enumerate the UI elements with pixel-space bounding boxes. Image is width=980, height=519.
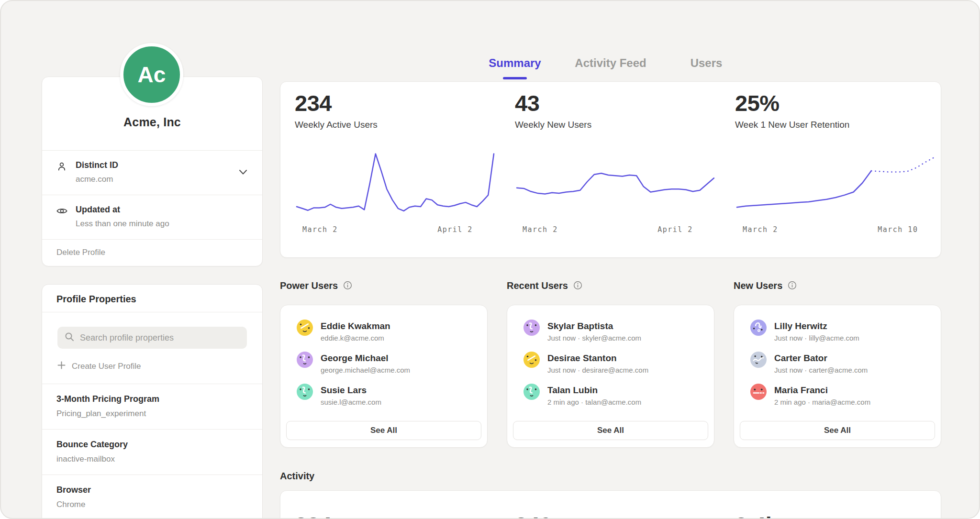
profile-properties-card: Profile Properties Create User Profile 3… [42, 284, 263, 519]
user-detail: eddie.k@acme.com [321, 334, 390, 342]
search-icon [64, 331, 75, 344]
user-avatar [750, 352, 767, 368]
user-list-item[interactable]: George Michaelgeorge.michael@acme.com [297, 352, 478, 380]
user-name: Skylar Baptista [547, 320, 641, 331]
user-name: George Michael [321, 353, 410, 364]
updated-at-label: Updated at [76, 204, 248, 215]
tab-summary-label: Summary [489, 56, 541, 69]
user-list-card: Eddie Kwakmaneddie.k@acme.comGeorge Mich… [280, 305, 488, 448]
distinct-id-label: Distinct ID [76, 160, 248, 170]
app-frame: Ac Acme, Inc Distinct ID acme.com Update… [0, 0, 980, 519]
section-title: New Users [734, 280, 782, 291]
stat-value: 234 [295, 90, 496, 116]
axis-tick: March 2 [523, 225, 558, 234]
section-recent-users: Recent UsersSkylar BaptistaJust now · sk… [507, 280, 714, 448]
user-name: Talan Lubin [547, 385, 641, 396]
user-detail: george.michael@acme.com [321, 366, 410, 374]
property-value: inactive-mailbox [56, 454, 248, 464]
property-value: Pricing_plan_experiment [56, 409, 248, 419]
user-list-card: Lilly HerwitzJust now · lilly@acme.comCa… [734, 305, 941, 448]
stat-value: 43 [515, 90, 716, 116]
user-name: Maria Franci [774, 385, 870, 396]
axis-tick: March 10 [878, 225, 918, 234]
company-avatar: Ac [120, 43, 183, 106]
tab-users[interactable]: Users [658, 56, 754, 80]
user-avatar [297, 384, 313, 400]
stat-week1-retention: 25% Week 1 New User Retention March 2 Ma… [735, 82, 936, 257]
tab-bar: Summary Activity Feed Users [280, 56, 941, 80]
axis-tick: March 2 [302, 225, 338, 234]
user-list-item[interactable]: Eddie Kwakmaneddie.k@acme.com [297, 320, 478, 348]
tab-activity-feed[interactable]: Activity Feed [563, 56, 658, 80]
user-detail: Just now · desirare@acme.com [547, 366, 648, 374]
user-avatar [297, 352, 313, 368]
delete-profile-button[interactable]: Delete Profile [42, 239, 262, 266]
see-all-button[interactable]: See All [740, 421, 935, 440]
sparkline-chart [515, 151, 716, 215]
user-name: Desirae Stanton [547, 353, 648, 364]
user-detail: susie.l@acme.com [321, 398, 381, 406]
axis-tick: March 2 [743, 225, 778, 234]
property-row: 3-Month Pricing Program Pricing_plan_exp… [42, 384, 262, 429]
stat-label: Weekly New Users [515, 120, 716, 130]
axis-tick: April 2 [437, 225, 473, 234]
active-tab-underline [503, 77, 527, 79]
user-name: Eddie Kwakman [321, 320, 390, 331]
activity-stat-value: 240 [515, 512, 716, 519]
axis-tick: April 2 [657, 225, 693, 234]
user-detail: Just now · lilly@acme.com [774, 334, 859, 342]
user-avatar [523, 384, 540, 400]
chevron-down-icon[interactable] [238, 169, 248, 177]
info-icon[interactable] [573, 280, 582, 292]
activity-stats-card: 234 240 3.4k [280, 490, 941, 519]
profile-properties-search[interactable] [57, 327, 247, 349]
activity-stat-value: 234 [295, 512, 496, 519]
stat-weekly-active-users: 234 Weekly Active Users March 2 April 2 [295, 82, 496, 257]
stat-label: Week 1 New User Retention [735, 120, 936, 130]
user-name: Lilly Herwitz [774, 320, 859, 331]
user-list-item[interactable]: Skylar BaptistaJust now · skyler@acme.co… [523, 320, 704, 348]
distinct-id-value: acme.com [76, 174, 248, 185]
section-power-users: Power UsersEddie Kwakmaneddie.k@acme.com… [280, 280, 488, 448]
distinct-id-row: Distinct ID acme.com [42, 150, 262, 195]
summary-stats-card: 234 Weekly Active Users March 2 April 2 … [280, 81, 941, 258]
x-axis-labels: March 2 April 2 [295, 225, 496, 236]
stat-value: 25% [735, 90, 936, 116]
property-name: 3-Month Pricing Program [56, 394, 248, 404]
screen: Ac Acme, Inc Distinct ID acme.com Update… [0, 0, 980, 519]
sparkline-chart [295, 151, 496, 215]
eye-icon [56, 206, 68, 218]
updated-at-value: Less than one minute ago [76, 219, 248, 229]
info-icon[interactable] [788, 280, 797, 292]
section-title: Power Users [280, 280, 338, 291]
info-icon[interactable] [343, 280, 352, 292]
x-axis-labels: March 2 March 10 [735, 225, 936, 236]
user-detail: Just now · carter@acme.com [774, 366, 868, 374]
user-list-item[interactable]: Talan Lubin2 min ago · talan@acme.com [523, 384, 704, 412]
user-list-item[interactable]: Desirae StantonJust now · desirare@acme.… [523, 352, 704, 380]
user-avatar [750, 320, 767, 336]
see-all-button[interactable]: See All [513, 421, 708, 440]
property-row: Browser Chrome [42, 475, 262, 519]
person-icon [56, 161, 67, 174]
stat-weekly-new-users: 43 Weekly New Users March 2 April 2 [515, 82, 716, 257]
user-list-item[interactable]: Maria Franci2 min ago · maria@acme.com [750, 384, 931, 412]
profile-properties-title: Profile Properties [42, 285, 262, 312]
property-row: Bounce Category inactive-mailbox [42, 429, 262, 475]
user-avatar [523, 320, 540, 336]
tab-summary[interactable]: Summary [467, 56, 563, 80]
user-avatar [297, 320, 313, 336]
create-user-profile-button[interactable]: Create User Profile [57, 361, 247, 372]
activity-section-title: Activity [280, 471, 314, 482]
user-list-item[interactable]: Susie Larssusie.l@acme.com [297, 384, 478, 412]
section-new-users: New UsersLilly HerwitzJust now · lilly@a… [734, 280, 941, 448]
user-detail: 2 min ago · maria@acme.com [774, 398, 870, 406]
section-title: Recent Users [507, 280, 568, 291]
x-axis-labels: March 2 April 2 [515, 225, 716, 236]
search-input[interactable] [80, 333, 240, 343]
see-all-button[interactable]: See All [286, 421, 481, 440]
user-list-item[interactable]: Lilly HerwitzJust now · lilly@acme.com [750, 320, 931, 348]
property-value: Chrome [56, 499, 248, 510]
create-user-profile-label: Create User Profile [72, 362, 141, 371]
user-list-item[interactable]: Carter BatorJust now · carter@acme.com [750, 352, 931, 380]
